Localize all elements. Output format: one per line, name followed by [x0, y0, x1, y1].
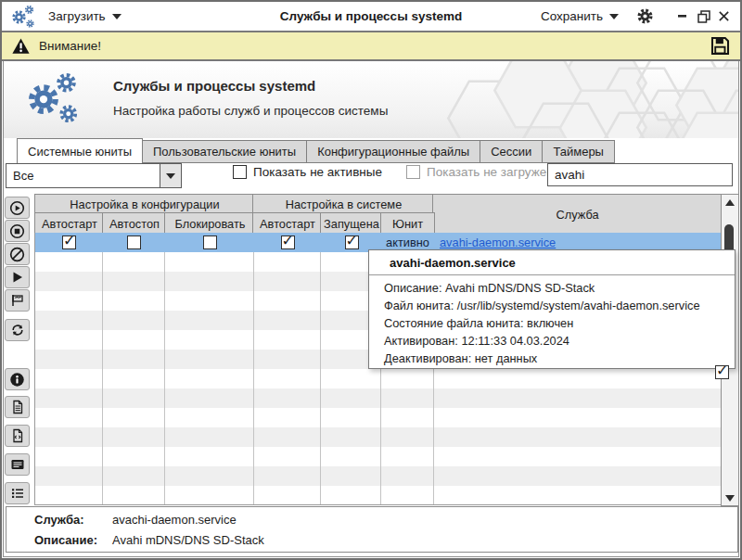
close-icon	[718, 10, 730, 22]
warning-text: Внимание!	[39, 39, 101, 53]
status-panel: Служба: avachi-daemon.service Описание: …	[6, 506, 738, 553]
tab-system-units[interactable]: Системные юниты	[17, 138, 143, 163]
stop-unit-button[interactable]	[5, 220, 30, 242]
save-menu-button[interactable]: Сохранить	[537, 7, 622, 25]
show-inactive-label: Показать не активные	[253, 165, 382, 179]
tooltip-unit-file: Файл юнита: /usr/lib/systemd/system/avah…	[369, 297, 735, 314]
page-title: Службы и процессы systemd	[113, 78, 315, 94]
category-dropdown[interactable]: Все	[6, 163, 182, 188]
column-header-autostop-cfg[interactable]: Автостоп	[102, 212, 167, 235]
tab-label: Пользовательские юниты	[153, 145, 296, 159]
gear-icon	[636, 7, 654, 25]
flag-button[interactable]	[5, 289, 30, 312]
hero-header: Службы и процессы systemd Настройка рабо…	[4, 61, 738, 138]
run-process-button[interactable]	[5, 266, 30, 288]
column-header-unit[interactable]: Юнит	[380, 212, 435, 235]
close-button[interactable]	[717, 9, 731, 23]
save-floppy-icon	[710, 35, 731, 57]
running-sys-checkbox[interactable]	[345, 235, 359, 249]
status-description-value: Avahi mDNS/DNS SD-Stack	[112, 533, 264, 547]
app-gears-icon	[11, 5, 35, 29]
tab-label: Системные юниты	[28, 145, 132, 159]
arrow-down-icon	[725, 495, 735, 502]
status-description-label: Описание:	[34, 533, 112, 547]
tab-label: Сессии	[491, 145, 531, 159]
chevron-down-icon	[609, 14, 619, 19]
flag-icon	[10, 293, 25, 308]
unit-file-button[interactable]	[5, 396, 30, 418]
scroll-up-button[interactable]	[722, 196, 738, 209]
load-menu-button[interactable]: Загрузить	[45, 7, 125, 25]
tab-label: Таймеры	[553, 145, 604, 159]
autostart-cfg-checkbox[interactable]	[62, 235, 76, 249]
cell-autostart-sys	[253, 233, 322, 252]
content-area: Службы и процессы systemd Настройка рабо…	[3, 61, 739, 557]
list-button[interactable]	[5, 482, 30, 504]
scroll-down-button[interactable]	[722, 491, 738, 504]
hexagon-pattern	[4, 61, 738, 138]
app-window: Загрузить Службы и процессы systemd Сохр…	[0, 0, 742, 560]
block-icon	[9, 247, 25, 262]
column-header-block-cfg[interactable]: Блокировать	[164, 212, 256, 235]
minimize-button[interactable]	[676, 9, 690, 23]
maximize-button[interactable]	[697, 9, 710, 23]
page-subtitle: Настройка работы служб и процессов систе…	[113, 104, 388, 118]
info-icon	[9, 372, 25, 388]
chevron-down-icon	[112, 14, 122, 19]
stop-circle-icon	[9, 223, 25, 239]
save-changes-button[interactable]	[710, 35, 731, 57]
tab-bar: Системные юниты Пользовательские юниты К…	[17, 138, 615, 163]
service-tooltip: avahi-daemon.service Описание: Avahi mDN…	[368, 249, 736, 369]
block-cfg-checkbox[interactable]	[203, 235, 217, 249]
autostart-sys-checkbox[interactable]	[281, 235, 295, 249]
titlebar: Загрузить Службы и процессы systemd Сохр…	[2, 2, 740, 32]
show-unloaded-checkbox[interactable]	[406, 165, 420, 179]
column-header-service[interactable]: Служба	[432, 194, 723, 235]
bullet-list-icon	[10, 486, 25, 501]
tab-timers[interactable]: Таймеры	[543, 140, 615, 163]
save-menu-label: Сохранить	[541, 9, 603, 23]
log-panel-icon	[10, 457, 25, 472]
cell-autostop-cfg	[103, 233, 165, 252]
minimize-icon	[678, 11, 689, 22]
journal-button[interactable]	[5, 453, 30, 476]
search-input[interactable]	[547, 163, 733, 186]
warning-bar: Внимание!	[2, 32, 740, 61]
settings-button[interactable]	[635, 7, 654, 26]
status-service-value: avachi-daemon.service	[112, 513, 237, 527]
play-circle-icon	[9, 200, 25, 216]
refresh-icon	[10, 323, 25, 337]
tooltip-activated: Активирован: 12:11:33 04.03.2024	[369, 332, 735, 350]
block-unit-button[interactable]	[5, 243, 30, 265]
tab-label: Конфигурационные файлы	[317, 145, 469, 159]
start-unit-button[interactable]	[5, 197, 30, 219]
app-logo-gears	[26, 71, 80, 125]
tab-config-files[interactable]: Конфигурационные файлы	[307, 140, 480, 163]
tooltip-description: Описание: Avahi mDNS/DNS SD-Stack	[369, 279, 735, 297]
window-controls	[676, 9, 731, 23]
autostop-cfg-checkbox[interactable]	[127, 235, 141, 249]
show-inactive-checkbox[interactable]	[233, 165, 247, 179]
tab-user-units[interactable]: Пользовательские юниты	[143, 140, 307, 163]
info-button[interactable]	[5, 368, 30, 390]
load-menu-label: Загрузить	[48, 9, 106, 23]
chevron-down-icon	[166, 173, 175, 179]
category-dropdown-value: Все	[6, 169, 160, 183]
refresh-button[interactable]	[5, 319, 30, 341]
arrow-up-icon	[725, 199, 735, 206]
file-icon	[10, 400, 25, 414]
warning-icon	[11, 37, 31, 55]
cell-autostart-cfg	[35, 233, 103, 252]
maximize-icon	[697, 10, 710, 23]
cell-block-cfg	[165, 233, 255, 252]
show-inactive-filter: Показать не активные	[233, 165, 382, 179]
file-code-icon	[10, 428, 25, 443]
tab-sessions[interactable]: Сессии	[480, 140, 543, 163]
dropdown-arrow-button[interactable]	[160, 164, 181, 187]
tooltip-title: avahi-daemon.service	[369, 250, 735, 275]
status-service-label: Служба:	[34, 513, 112, 527]
unit-source-button[interactable]	[5, 425, 30, 447]
overflow-row-checkbox[interactable]	[715, 365, 729, 379]
tooltip-unit-file-state: Состояние файла юнита: включен	[369, 314, 735, 332]
tooltip-deactivated: Деактивирован: нет данных	[369, 350, 735, 367]
